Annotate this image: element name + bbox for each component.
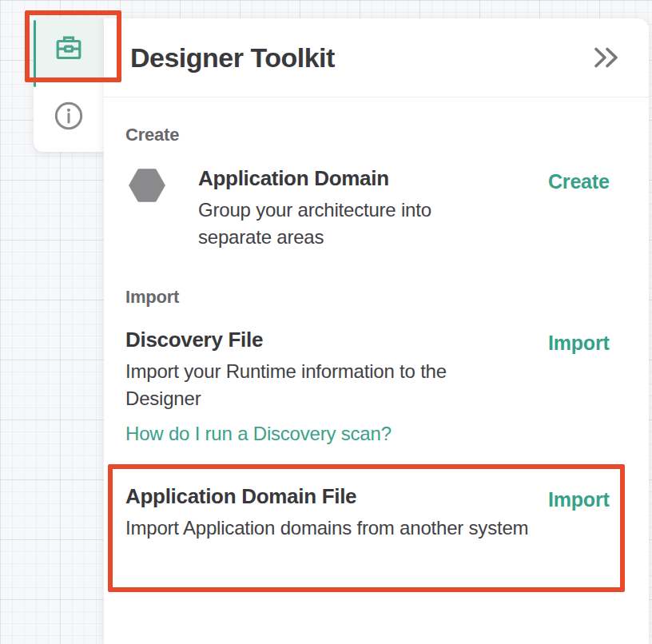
info-icon xyxy=(53,100,85,132)
import-discovery-file-button[interactable]: Import xyxy=(548,332,610,355)
toolkit-sidebar xyxy=(34,18,104,152)
create-application-domain-button[interactable]: Create xyxy=(548,170,610,193)
sidebar-tab-info[interactable] xyxy=(34,80,104,152)
application-domain-item: Application Domain Group your architectu… xyxy=(125,166,626,251)
item-description: Import your Runtime information to the D… xyxy=(125,358,525,412)
import-application-domain-file-button[interactable]: Import xyxy=(548,488,610,511)
discovery-scan-help-link[interactable]: How do I run a Discovery scan? xyxy=(125,423,626,444)
active-tab-indicator xyxy=(34,20,36,87)
collapse-panel-button[interactable] xyxy=(591,45,622,70)
hexagon-icon xyxy=(129,169,165,202)
item-description: Group your architecture into separate ar… xyxy=(198,197,486,251)
application-domain-text: Application Domain Group your architectu… xyxy=(198,166,486,251)
section-label-create: Create xyxy=(125,125,626,145)
application-domain-file-item: Application Domain File Import Applicati… xyxy=(125,484,626,542)
section-label-import: Import xyxy=(125,288,626,307)
briefcase-icon xyxy=(53,33,85,65)
item-title: Application Domain xyxy=(198,166,486,191)
panel-header: Designer Toolkit xyxy=(104,18,649,97)
sidebar-tab-toolkit[interactable] xyxy=(34,18,104,80)
panel-content: Create Application Domain Group your arc… xyxy=(104,97,649,542)
design-canvas: Designer Toolkit Create xyxy=(0,0,652,644)
item-description: Import Application domains from another … xyxy=(125,515,533,542)
designer-toolkit-panel: Designer Toolkit Create xyxy=(104,18,649,644)
panel-title: Designer Toolkit xyxy=(130,42,335,74)
double-chevron-right-icon xyxy=(591,45,622,70)
discovery-file-item: Discovery File Import your Runtime infor… xyxy=(125,328,626,444)
